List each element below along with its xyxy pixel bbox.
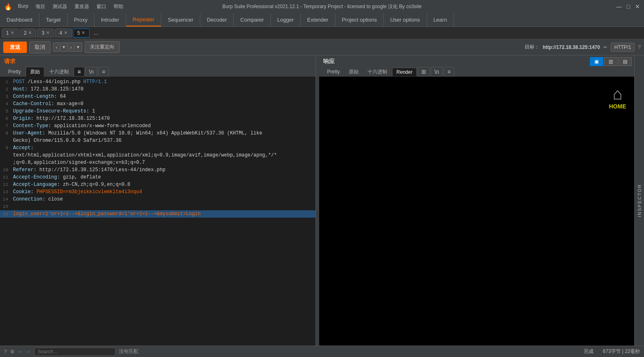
nav-tab-dashboard[interactable]: Dashboard xyxy=(0,13,39,26)
nav-tab-repeater[interactable]: Repeater xyxy=(126,13,161,26)
response-panel: 响应 Pretty 原始 十六进制 Render ⊞ \n ≡ ⌂ HOME xyxy=(319,55,635,346)
response-tab-hex[interactable]: 十六进制 xyxy=(364,67,391,77)
toolbar-right: 目标： http://172.18.38.125:1470 ✏ HTTP/1 ? xyxy=(525,43,641,52)
response-panel-tabs: Pretty 原始 十六进制 Render ⊞ \n ≡ xyxy=(323,67,631,77)
request-tab-hex[interactable]: 十六进制 xyxy=(45,67,73,77)
nav-tab-logger[interactable]: Logger xyxy=(271,13,300,26)
inspector-sidebar[interactable]: INSPECTOR xyxy=(634,55,644,346)
req-tab-2[interactable]: 2 ✕ xyxy=(20,29,37,37)
close-tab-3[interactable]: ✕ xyxy=(46,30,50,35)
response-panel-title: 响应 xyxy=(323,58,631,65)
nav-tab-extender[interactable]: Extender xyxy=(301,13,335,26)
code-line-3: 3 Content-Length: 64 xyxy=(0,93,315,100)
nav-tab-learn[interactable]: Learn xyxy=(427,13,454,26)
nav-back-status-icon[interactable]: ← xyxy=(18,349,23,355)
req-tab-5[interactable]: 5 ✕ xyxy=(73,29,90,37)
http-version-badge[interactable]: HTTP/1 xyxy=(611,43,635,52)
response-tab-pretty[interactable]: Pretty xyxy=(323,68,344,76)
nav-tab-decoder[interactable]: Decoder xyxy=(200,13,234,26)
home-link[interactable]: HOME xyxy=(609,103,626,110)
close-tab-5[interactable]: ✕ xyxy=(81,30,85,35)
nav-tab-user-options[interactable]: User options xyxy=(384,13,427,26)
menu-help[interactable]: 帮助 xyxy=(110,2,127,11)
req-tab-1[interactable]: 1 ✕ xyxy=(2,29,19,37)
menu-repeater[interactable]: 重发器 xyxy=(71,2,92,11)
code-line-13: 13 Cookie: PHPSESSID=rm3bjeikkicvlemkltm… xyxy=(0,188,315,196)
send-button[interactable]: 发送 xyxy=(3,42,27,53)
nav-forward-dropdown-button[interactable]: ▾ xyxy=(74,42,82,52)
target-url: http://172.18.38.125:1470 xyxy=(543,44,600,50)
minimize-button[interactable]: — xyxy=(616,3,622,10)
maximize-button[interactable]: □ xyxy=(627,3,630,10)
response-icon-filter[interactable]: ⊞ xyxy=(418,67,430,77)
no-match-label: 没有匹配 xyxy=(119,348,138,355)
more-tabs[interactable]: ... xyxy=(90,29,101,37)
toolbar: 发送 取消 ‹ ▾ › ▾ 关注重定向 目标： http://172.18.38 xyxy=(0,39,644,55)
code-line-9: 9 Accept: xyxy=(0,144,315,152)
nav-back-button[interactable]: ‹ xyxy=(53,42,60,52)
nav-tab-project-options[interactable]: Project options xyxy=(335,13,384,26)
response-stats: 673字节 | 22毫秒 xyxy=(603,348,640,354)
toolbar-left: 发送 取消 ‹ ▾ › ▾ 关注重定向 xyxy=(3,41,120,53)
status-help-icon[interactable]: ? xyxy=(4,349,7,355)
request-icon-menu[interactable]: ≡ xyxy=(98,67,109,77)
code-line-14: 14 Connection: close xyxy=(0,196,315,203)
menu-bar: Burp 项目 测试器 重发器 窗口 帮助 xyxy=(15,2,127,11)
close-button[interactable]: ✕ xyxy=(635,3,640,10)
request-panel-header: 请求 Pretty 原始 十六进制 ≡ \n ≡ xyxy=(0,55,315,77)
request-tab-raw[interactable]: 原始 xyxy=(26,67,44,77)
menu-project[interactable]: 项目 xyxy=(32,2,48,11)
response-tab-raw[interactable]: 原始 xyxy=(345,67,363,77)
code-line-16: 16 login_user=1'or+1=1--+&login_password… xyxy=(0,210,315,218)
nav-tab-intruder[interactable]: Intruder xyxy=(94,13,126,26)
split-horizontal-button[interactable]: ▣ xyxy=(590,57,603,66)
code-line-9b: text/html,application/xhtml+xml,applicat… xyxy=(0,152,315,159)
nav-tab-comparer[interactable]: Comparer xyxy=(234,13,271,26)
search-input[interactable] xyxy=(34,348,116,356)
request-tab-bar: 1 ✕ 2 ✕ 3 ✕ 4 ✕ 5 ✕ ... xyxy=(0,27,644,39)
split-vertical-button[interactable]: ▥ xyxy=(604,57,618,66)
response-icon-menu[interactable]: ≡ xyxy=(444,67,454,77)
home-house-icon: ⌂ xyxy=(609,85,626,103)
follow-redirect-button[interactable]: 关注重定向 xyxy=(85,41,120,53)
close-tab-1[interactable]: ✕ xyxy=(11,30,14,35)
request-icon-newline[interactable]: \n xyxy=(85,67,98,77)
title-bar: 🔥 Burp 项目 测试器 重发器 窗口 帮助 Burp Suite Profe… xyxy=(0,0,644,13)
code-line-6: 6 Origin: http://172.18.38.125:1470 xyxy=(0,115,315,122)
nav-tab-proxy[interactable]: Proxy xyxy=(68,13,94,26)
response-tab-render[interactable]: Render xyxy=(392,68,417,76)
code-line-12: 12 Accept-Language: zh-CN,zh;q=0.9,en;q=… xyxy=(0,181,315,188)
home-icon-container: ⌂ HOME xyxy=(609,85,626,110)
nav-tab-sequencer[interactable]: Sequencer xyxy=(161,13,200,26)
nav-tab-target[interactable]: Target xyxy=(39,13,68,26)
code-line-8b: Gecko) Chrome/115.0.0.0 Safari/537.36 xyxy=(0,137,315,144)
cancel-button[interactable]: 取消 xyxy=(29,41,50,53)
req-tab-3[interactable]: 3 ✕ xyxy=(37,29,54,37)
req-tab-4[interactable]: 4 ✕ xyxy=(55,29,72,37)
response-panel-header: 响应 Pretty 原始 十六进制 Render ⊞ \n ≡ xyxy=(319,55,635,77)
chevron-down-icon-2: ▾ xyxy=(77,44,79,50)
code-line-9c: ;q=0.8,application/signed-exchange;v=b3;… xyxy=(0,159,315,166)
help-icon[interactable]: ? xyxy=(638,44,641,50)
panels-container: ▣ ▥ ▤ 请求 Pretty 原始 十六进制 ≡ \n ≡ 1 xyxy=(0,55,644,346)
target-label: 目标： xyxy=(525,44,539,51)
edit-target-icon[interactable]: ✏ xyxy=(603,44,607,50)
status-settings-icon[interactable]: ⚙ xyxy=(10,349,15,355)
panel-divider[interactable]: ⋮ xyxy=(316,55,319,346)
request-tab-pretty[interactable]: Pretty xyxy=(4,68,25,76)
nav-forward-button[interactable]: › xyxy=(68,42,75,52)
close-tab-2[interactable]: ✕ xyxy=(28,30,32,35)
menu-window[interactable]: 窗口 xyxy=(93,2,110,11)
response-icon-newline[interactable]: \n xyxy=(431,67,443,77)
status-bar-left: ? ⚙ ← → 没有匹配 xyxy=(4,348,138,356)
close-tab-4[interactable]: ✕ xyxy=(64,30,68,35)
nav-dropdown-button[interactable]: ▾ xyxy=(60,42,68,52)
menu-burp[interactable]: Burp xyxy=(15,2,31,11)
request-icon-list[interactable]: ≡ xyxy=(74,67,84,77)
single-panel-button[interactable]: ▤ xyxy=(618,57,632,66)
nav-forward-status-icon[interactable]: → xyxy=(26,349,31,355)
nav-bar: Dashboard Target Proxy Intruder Repeater… xyxy=(0,13,644,27)
inspector-label[interactable]: INSPECTOR xyxy=(637,184,642,217)
menu-scanner[interactable]: 测试器 xyxy=(49,2,70,11)
app-title: Burp Suite Professional v2021.12.1 - Tem… xyxy=(222,3,421,10)
